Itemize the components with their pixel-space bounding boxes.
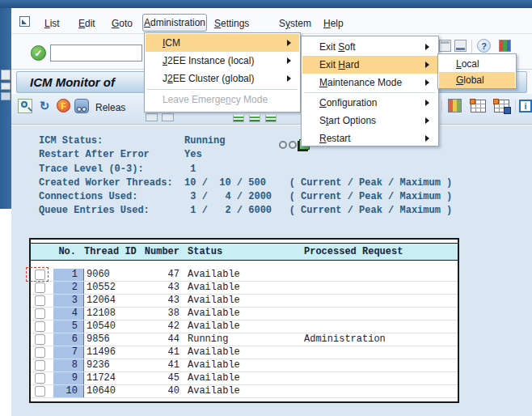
select-cell <box>31 295 53 307</box>
menu-item-exit-soft[interactable]: Exit Soft <box>302 38 437 56</box>
binocular-lens <box>82 107 87 112</box>
row-checkbox[interactable] <box>35 386 45 397</box>
cell-no: 2 <box>53 282 84 294</box>
header-no[interactable]: No. <box>31 246 76 257</box>
cell-no: 7 <box>53 346 84 359</box>
table-row[interactable]: 101064040Available <box>31 385 458 398</box>
clipped-sort-button[interactable] <box>233 115 244 122</box>
select-cell <box>31 308 53 320</box>
icm-submenu: Exit Soft Exit Hard Maintenance Mode Con… <box>301 36 439 146</box>
status-line-trace-level: Trace Level (0-3): 1 <box>39 163 452 176</box>
menu-item-exit-hard[interactable]: Exit Hard <box>302 56 437 74</box>
choose-layout-icon[interactable] <box>448 99 462 112</box>
menubar-item-help[interactable]: Help <box>323 18 344 29</box>
table-row[interactable]: 91172445Available <box>31 372 458 385</box>
table-body: 1906047Available 21055243Available 31206… <box>31 269 458 398</box>
refresh-icon[interactable]: ↻ <box>37 99 52 113</box>
menu-item-icm[interactable]: ICM <box>146 34 299 52</box>
table-row[interactable]: 6985644RunningAdministration <box>31 333 458 346</box>
refresh-display-icon[interactable] <box>18 99 32 113</box>
select-cell <box>31 385 53 397</box>
clipped-toolbar-button[interactable] <box>162 113 174 121</box>
row-checkbox[interactable] <box>35 295 45 306</box>
cell-processed-request <box>304 295 458 307</box>
cell-number: 45 <box>158 372 179 384</box>
cell-number: 43 <box>158 282 179 294</box>
cell-thread-id: 12064 <box>84 295 158 307</box>
menubar-item-edit[interactable]: Edit <box>78 18 95 29</box>
cell-no: 6 <box>53 333 84 346</box>
table-row[interactable]: 71149641Available <box>31 346 458 359</box>
shortcut-window-icon[interactable] <box>454 40 467 52</box>
submenu-arrow-icon <box>425 100 429 106</box>
release-notes-button[interactable]: Releas <box>95 102 125 113</box>
table-row[interactable]: 51054042Available <box>31 320 458 333</box>
customize-layout-icon[interactable] <box>499 40 511 52</box>
info-icon[interactable] <box>519 100 532 112</box>
menubar-item-list[interactable]: List <box>44 18 60 29</box>
clipped-background-icon <box>1 70 11 80</box>
table-row[interactable]: 41210838Available <box>31 308 458 320</box>
cell-processed-request <box>304 359 458 371</box>
change-layout-icon[interactable] <box>471 100 486 112</box>
window-glyph <box>441 41 450 44</box>
submenu-arrow-icon <box>287 75 291 82</box>
save-layout-icon[interactable] <box>494 100 509 112</box>
table-row[interactable]: 8923641Available <box>31 359 458 372</box>
cell-no: 5 <box>53 320 84 333</box>
trace-f-icon[interactable] <box>57 99 70 112</box>
enter-check-button[interactable] <box>31 45 46 61</box>
menubar-item-settings[interactable]: Settings <box>214 18 249 29</box>
clipped-sort-button[interactable] <box>265 115 277 122</box>
row-checkbox[interactable] <box>35 373 45 384</box>
row-checkbox[interactable] <box>35 360 45 371</box>
cell-no: 1 <box>53 269 84 281</box>
cell-no: 4 <box>53 308 84 320</box>
row-checkbox[interactable] <box>35 282 45 293</box>
menu-item-j2ee-cluster-global[interactable]: J2EE Cluster (global) <box>146 70 299 87</box>
list-menu-icon[interactable] <box>19 16 30 27</box>
menu-item-restart[interactable]: Restart <box>302 129 437 147</box>
command-field-input[interactable] <box>50 45 142 62</box>
table-row[interactable]: 21055243Available <box>31 282 458 295</box>
submenu-arrow-icon <box>425 117 429 124</box>
menu-separator <box>147 89 298 90</box>
select-cell <box>31 372 53 384</box>
header-status[interactable]: Status <box>188 246 222 257</box>
row-checkbox[interactable] <box>35 347 45 358</box>
menu-item-local[interactable]: Local <box>439 56 515 72</box>
table-row[interactable]: 1906047Available <box>31 269 458 282</box>
menu-item-start-options[interactable]: Start Options <box>302 112 437 129</box>
clipped-toolbar-button[interactable] <box>146 113 158 121</box>
cell-thread-id: 9060 <box>84 269 158 281</box>
submenu-arrow-icon <box>287 40 291 46</box>
row-checkbox[interactable] <box>35 321 45 332</box>
cell-status: Running <box>179 333 304 346</box>
exit-hard-submenu: Local Global <box>437 53 517 89</box>
menu-item-maintenance-mode[interactable]: Maintenance Mode <box>302 74 437 91</box>
help-icon[interactable] <box>477 39 491 53</box>
clipped-sort-button[interactable] <box>249 115 260 122</box>
cell-processed-request <box>304 385 458 397</box>
menu-item-configuration[interactable]: Configuration <box>302 94 437 112</box>
cell-processed-request <box>304 372 458 384</box>
row-checkbox[interactable] <box>35 334 45 345</box>
table-row[interactable]: 31206443Available <box>31 295 458 308</box>
toolbar-divider <box>441 100 442 112</box>
new-session-icon[interactable] <box>439 40 451 52</box>
select-cell <box>31 346 53 359</box>
menu-item-global[interactable]: Global <box>439 72 515 88</box>
menubar-item-administration[interactable]: Administration <box>142 14 207 32</box>
submenu-arrow-icon <box>425 79 429 86</box>
background-window-left-edge <box>0 8 11 209</box>
header-processed-request[interactable]: Processed Request <box>304 246 403 257</box>
monitor-search-icon[interactable] <box>74 99 89 113</box>
menubar-item-goto[interactable]: Goto <box>112 18 133 29</box>
row-checkbox[interactable] <box>35 308 45 319</box>
menu-item-j2ee-instance-local[interactable]: J2EE Instance (local) <box>146 52 299 70</box>
cell-number: 42 <box>158 320 179 333</box>
menubar-item-system[interactable]: System <box>279 18 311 29</box>
cell-thread-id: 10540 <box>84 320 158 333</box>
submenu-arrow-icon <box>425 44 429 50</box>
header-number[interactable]: Number <box>128 246 179 257</box>
